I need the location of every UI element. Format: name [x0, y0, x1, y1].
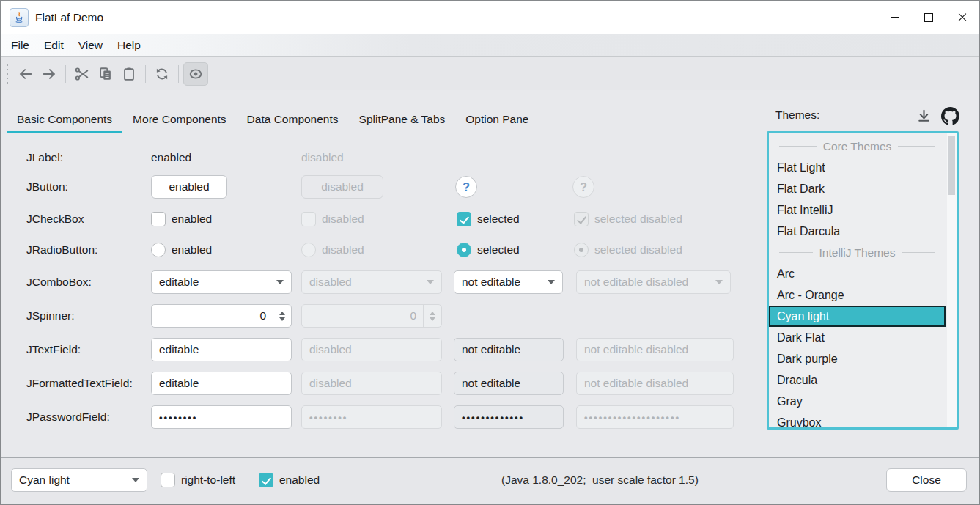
jlabel-enabled: enabled — [151, 146, 191, 169]
theme-item-cyan-light-selected[interactable]: Cyan light — [769, 306, 946, 327]
chevron-down-icon[interactable] — [548, 280, 555, 284]
spinner-down-icon — [430, 317, 435, 321]
jpasswordfield-not-editable: ••••••••••••• — [454, 405, 564, 429]
jspinner-row-label: JSpinner: — [26, 304, 74, 328]
jformattedtextfield-not-editable: not editable — [454, 372, 564, 395]
jpasswordfield-not-editable-disabled: •••••••••••••••••••• — [576, 405, 734, 429]
forward-button[interactable] — [37, 63, 61, 85]
jformattedtextfield-not-editable-disabled: not editable disabled — [576, 372, 734, 395]
close-button[interactable]: Close — [886, 468, 967, 492]
menu-file[interactable]: File — [4, 34, 37, 56]
right-to-left-checkbox[interactable]: right-to-left — [161, 473, 235, 487]
theme-item-gruvbox[interactable]: Gruvbox — [769, 412, 946, 433]
jtextfield-not-editable-disabled: not editable disabled — [576, 338, 734, 361]
jradiobutton-disabled: disabled — [301, 243, 364, 257]
jtextfield-not-editable: not editable — [454, 338, 564, 361]
toolbar-separator — [65, 65, 66, 83]
github-button[interactable] — [941, 107, 959, 128]
jspinner-disabled: 0 — [301, 304, 442, 328]
theme-group-label: Core Themes — [823, 140, 892, 153]
spinner-buttons — [423, 305, 441, 327]
radio-icon — [301, 243, 316, 257]
tab-more-components[interactable]: More Components — [122, 105, 237, 133]
theme-item-arc-orange[interactable]: Arc - Orange — [769, 284, 946, 306]
tab-data-components[interactable]: Data Components — [237, 105, 349, 133]
checkbox-label: right-to-left — [181, 473, 235, 487]
radio-icon[interactable] — [151, 243, 166, 257]
spinner-up-icon[interactable] — [279, 312, 285, 315]
theme-item-flat-intellij[interactable]: Flat IntelliJ — [769, 199, 946, 221]
theme-item-dark-purple[interactable]: Dark purple — [769, 348, 946, 369]
back-button[interactable] — [14, 63, 37, 85]
tab-option-pane[interactable]: Option Pane — [455, 105, 539, 133]
jcheckbox-row-label: JCheckBox — [26, 207, 84, 231]
theme-item-dracula[interactable]: Dracula — [769, 369, 946, 391]
minimize-button[interactable] — [878, 1, 912, 34]
jbutton-row-label: JButton: — [26, 175, 68, 199]
jcheckbox-disabled: disabled — [301, 212, 364, 226]
menu-view[interactable]: View — [71, 34, 110, 56]
paste-button[interactable] — [117, 63, 141, 85]
radio-label: selected — [477, 243, 520, 257]
jcombobox-editable[interactable]: editable — [151, 270, 292, 294]
theme-item-gray[interactable]: Gray — [769, 391, 946, 412]
theme-item-flat-darcula[interactable]: Flat Darcula — [769, 221, 946, 242]
show-hidden-toggle-button[interactable] — [183, 62, 208, 86]
jtextfield-editable[interactable]: editable — [151, 338, 292, 361]
tab-basic-components[interactable]: Basic Components — [7, 105, 122, 133]
radio-selected-icon — [574, 243, 589, 257]
jcheckbox-selected-disabled: selected disabled — [574, 212, 682, 226]
jformattedtextfield-editable[interactable]: editable — [151, 372, 292, 395]
copy-button[interactable] — [94, 63, 117, 85]
theme-item-dark-flat[interactable]: Dark Flat — [769, 327, 946, 348]
chevron-down-icon[interactable] — [132, 478, 139, 482]
maximize-button[interactable] — [912, 1, 946, 34]
jbutton-help-enabled[interactable]: ? — [455, 176, 477, 198]
theme-combobox[interactable]: Cyan light — [11, 468, 147, 492]
checkbox-label: selected disabled — [594, 213, 682, 226]
spinner-buttons[interactable] — [273, 305, 291, 327]
theme-item-arc[interactable]: Arc — [769, 263, 946, 284]
checkbox-icon[interactable] — [151, 212, 166, 226]
jspinner-enabled[interactable]: 0 — [151, 304, 292, 328]
checkbox-checked-icon[interactable] — [259, 473, 273, 487]
jcheckbox-selected[interactable]: selected — [457, 212, 520, 226]
menu-help[interactable]: Help — [110, 34, 148, 56]
radio-label: enabled — [172, 243, 212, 257]
jpasswordfield-editable[interactable]: •••••••• — [151, 405, 292, 429]
checkbox-checked-icon[interactable] — [457, 212, 471, 226]
jcheckbox-enabled[interactable]: enabled — [151, 212, 212, 226]
tab-splitpane-tabs[interactable]: SplitPane & Tabs — [349, 105, 456, 133]
jbutton-enabled[interactable]: enabled — [151, 175, 227, 199]
show-hidden-eye-icon — [188, 66, 204, 82]
spinner-value[interactable]: 0 — [259, 309, 273, 322]
menu-edit[interactable]: Edit — [37, 34, 71, 56]
enabled-checkbox[interactable]: enabled — [259, 473, 320, 487]
chevron-down-icon — [715, 280, 723, 284]
bottom-bar — [1, 457, 979, 505]
github-icon — [941, 107, 959, 125]
toolbar-grip[interactable] — [6, 64, 8, 84]
themes-list: Core Themes Flat Light Flat Dark Flat In… — [767, 131, 959, 430]
window-controls — [878, 1, 979, 34]
jradiobutton-enabled[interactable]: enabled — [151, 243, 212, 257]
theme-item-flat-light[interactable]: Flat Light — [769, 157, 946, 178]
cut-icon — [74, 66, 90, 82]
chevron-down-icon[interactable] — [276, 280, 284, 284]
cut-button[interactable] — [70, 63, 94, 85]
radio-selected-icon[interactable] — [457, 243, 471, 257]
checkbox-icon[interactable] — [161, 473, 175, 487]
themes-scrollbar[interactable] — [947, 133, 957, 427]
close-window-button[interactable] — [946, 1, 979, 34]
theme-item-flat-dark[interactable]: Flat Dark — [769, 178, 946, 199]
scrollbar-thumb[interactable] — [948, 136, 955, 195]
refresh-button[interactable] — [150, 63, 174, 85]
jcombobox-not-editable[interactable]: not editable — [454, 270, 563, 294]
header-line — [779, 252, 813, 253]
flatlaf-demo-window: { "window": { "title": "FlatLaf Demo", "… — [0, 0, 980, 505]
jcombobox-row-label: JComboBox: — [26, 270, 92, 294]
jradiobutton-selected[interactable]: selected — [457, 243, 520, 257]
jradiobutton-row-label: JRadioButton: — [26, 238, 97, 262]
download-button[interactable] — [915, 108, 932, 128]
spinner-down-icon[interactable] — [279, 317, 285, 321]
